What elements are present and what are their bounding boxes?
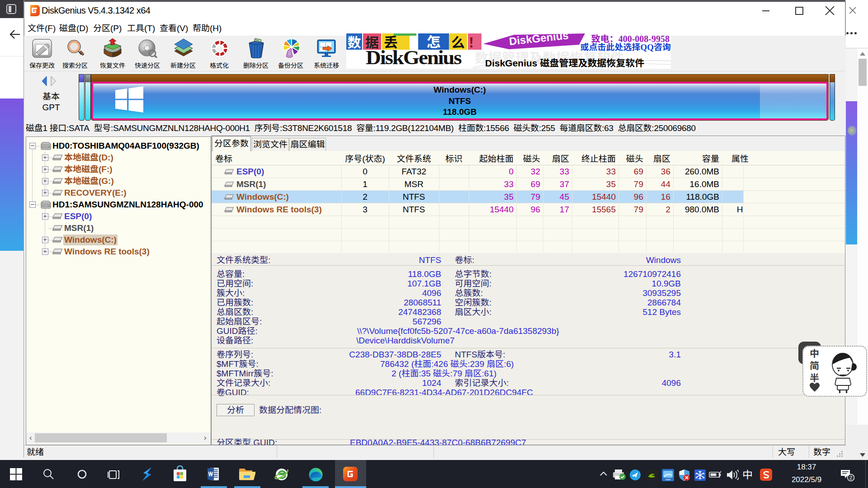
svg-text:2: 2	[849, 475, 852, 480]
svg-text:intel: intel	[665, 478, 670, 481]
